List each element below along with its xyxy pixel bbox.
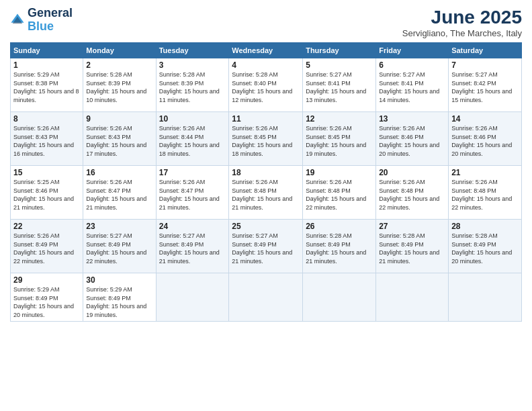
calendar-table: Sunday Monday Tuesday Wednesday Thursday…	[10, 42, 522, 322]
day-number: 24	[159, 222, 226, 231]
day-info: Sunrise: 5:26 AM Sunset: 8:43 PM Dayligh…	[13, 124, 80, 158]
day-info: Sunrise: 5:28 AM Sunset: 8:39 PM Dayligh…	[159, 71, 226, 104]
col-friday: Friday	[376, 43, 449, 58]
day-number: 21	[451, 168, 519, 177]
table-row: 21 Sunrise: 5:26 AM Sunset: 8:48 PM Dayl…	[449, 166, 522, 220]
table-row: 25 Sunrise: 5:27 AM Sunset: 8:49 PM Dayl…	[229, 220, 303, 273]
table-row: 8 Sunrise: 5:26 AM Sunset: 8:43 PM Dayli…	[11, 112, 83, 166]
logo: General Blue	[10, 7, 73, 34]
day-number: 8	[13, 114, 80, 124]
day-info: Sunrise: 5:27 AM Sunset: 8:41 PM Dayligh…	[306, 71, 373, 104]
day-number: 4	[232, 60, 300, 70]
day-info: Sunrise: 5:27 AM Sunset: 8:42 PM Dayligh…	[451, 71, 519, 104]
day-number: 16	[86, 168, 152, 177]
table-row	[156, 273, 229, 322]
day-number: 3	[159, 60, 226, 70]
day-number: 19	[306, 168, 373, 177]
page: General Blue June 2025 Servigliano, The …	[0, 0, 532, 411]
logo-text: General Blue	[28, 7, 73, 34]
day-info: Sunrise: 5:27 AM Sunset: 8:49 PM Dayligh…	[159, 232, 226, 265]
day-info: Sunrise: 5:28 AM Sunset: 8:39 PM Dayligh…	[86, 71, 152, 104]
day-number: 12	[306, 114, 373, 124]
day-info: Sunrise: 5:27 AM Sunset: 8:49 PM Dayligh…	[232, 232, 300, 265]
col-wednesday: Wednesday	[229, 43, 303, 58]
day-number: 11	[232, 114, 300, 124]
table-row: 29 Sunrise: 5:29 AM Sunset: 8:49 PM Dayl…	[11, 273, 83, 322]
day-info: Sunrise: 5:27 AM Sunset: 8:49 PM Dayligh…	[86, 232, 152, 265]
day-info: Sunrise: 5:26 AM Sunset: 8:48 PM Dayligh…	[379, 178, 445, 212]
day-info: Sunrise: 5:26 AM Sunset: 8:48 PM Dayligh…	[451, 178, 519, 212]
day-info: Sunrise: 5:26 AM Sunset: 8:47 PM Dayligh…	[159, 178, 226, 212]
table-row: 23 Sunrise: 5:27 AM Sunset: 8:49 PM Dayl…	[83, 220, 156, 273]
table-row: 10 Sunrise: 5:26 AM Sunset: 8:44 PM Dayl…	[156, 112, 229, 166]
day-number: 10	[159, 114, 226, 124]
day-info: Sunrise: 5:28 AM Sunset: 8:49 PM Dayligh…	[379, 232, 445, 265]
day-number: 15	[13, 168, 80, 177]
logo-icon	[10, 13, 25, 28]
day-number: 29	[13, 275, 80, 285]
table-row	[229, 273, 303, 322]
day-info: Sunrise: 5:26 AM Sunset: 8:45 PM Dayligh…	[306, 124, 373, 158]
day-number: 28	[451, 222, 519, 231]
table-row: 28 Sunrise: 5:28 AM Sunset: 8:49 PM Dayl…	[449, 220, 522, 273]
table-row: 2 Sunrise: 5:28 AM Sunset: 8:39 PM Dayli…	[83, 58, 156, 112]
day-number: 25	[232, 222, 300, 231]
day-info: Sunrise: 5:26 AM Sunset: 8:45 PM Dayligh…	[232, 124, 300, 158]
day-info: Sunrise: 5:29 AM Sunset: 8:49 PM Dayligh…	[13, 285, 80, 319]
table-row: 26 Sunrise: 5:28 AM Sunset: 8:49 PM Dayl…	[303, 220, 376, 273]
day-info: Sunrise: 5:28 AM Sunset: 8:40 PM Dayligh…	[232, 71, 300, 104]
day-info: Sunrise: 5:26 AM Sunset: 8:46 PM Dayligh…	[451, 124, 519, 158]
day-info: Sunrise: 5:28 AM Sunset: 8:49 PM Dayligh…	[451, 232, 519, 265]
day-number: 20	[379, 168, 445, 177]
table-row: 20 Sunrise: 5:26 AM Sunset: 8:48 PM Dayl…	[376, 166, 449, 220]
day-number: 14	[451, 114, 519, 124]
day-number: 1	[13, 60, 80, 70]
day-info: Sunrise: 5:26 AM Sunset: 8:47 PM Dayligh…	[86, 178, 152, 212]
day-number: 27	[379, 222, 445, 231]
table-row: 16 Sunrise: 5:26 AM Sunset: 8:47 PM Dayl…	[83, 166, 156, 220]
day-number: 26	[306, 222, 373, 231]
day-info: Sunrise: 5:26 AM Sunset: 8:43 PM Dayligh…	[86, 124, 152, 158]
day-number: 9	[86, 114, 152, 124]
day-number: 17	[159, 168, 226, 177]
day-number: 23	[86, 222, 152, 231]
col-thursday: Thursday	[303, 43, 376, 58]
day-number: 2	[86, 60, 152, 70]
day-number: 13	[379, 114, 445, 124]
day-info: Sunrise: 5:26 AM Sunset: 8:49 PM Dayligh…	[13, 232, 80, 265]
table-row: 9 Sunrise: 5:26 AM Sunset: 8:43 PM Dayli…	[83, 112, 156, 166]
day-info: Sunrise: 5:28 AM Sunset: 8:49 PM Dayligh…	[306, 232, 373, 265]
day-info: Sunrise: 5:26 AM Sunset: 8:48 PM Dayligh…	[306, 178, 373, 212]
col-sunday: Sunday	[11, 43, 83, 58]
table-row	[303, 273, 376, 322]
table-row	[449, 273, 522, 322]
header: General Blue June 2025 Servigliano, The …	[10, 7, 522, 38]
table-row: 14 Sunrise: 5:26 AM Sunset: 8:46 PM Dayl…	[449, 112, 522, 166]
day-info: Sunrise: 5:27 AM Sunset: 8:41 PM Dayligh…	[379, 71, 445, 104]
day-number: 7	[451, 60, 519, 70]
main-title: June 2025	[402, 7, 522, 28]
table-row: 11 Sunrise: 5:26 AM Sunset: 8:45 PM Dayl…	[229, 112, 303, 166]
table-row: 1 Sunrise: 5:29 AM Sunset: 8:38 PM Dayli…	[11, 58, 83, 112]
table-row: 24 Sunrise: 5:27 AM Sunset: 8:49 PM Dayl…	[156, 220, 229, 273]
table-row	[376, 273, 449, 322]
col-saturday: Saturday	[449, 43, 522, 58]
day-info: Sunrise: 5:26 AM Sunset: 8:44 PM Dayligh…	[159, 124, 226, 158]
col-monday: Monday	[83, 43, 156, 58]
day-info: Sunrise: 5:25 AM Sunset: 8:46 PM Dayligh…	[13, 178, 80, 212]
table-row: 4 Sunrise: 5:28 AM Sunset: 8:40 PM Dayli…	[229, 58, 303, 112]
table-row: 17 Sunrise: 5:26 AM Sunset: 8:47 PM Dayl…	[156, 166, 229, 220]
calendar-header-row: Sunday Monday Tuesday Wednesday Thursday…	[11, 43, 522, 58]
table-row: 7 Sunrise: 5:27 AM Sunset: 8:42 PM Dayli…	[449, 58, 522, 112]
day-info: Sunrise: 5:26 AM Sunset: 8:48 PM Dayligh…	[232, 178, 300, 212]
day-info: Sunrise: 5:26 AM Sunset: 8:46 PM Dayligh…	[379, 124, 445, 158]
table-row: 18 Sunrise: 5:26 AM Sunset: 8:48 PM Dayl…	[229, 166, 303, 220]
table-row: 12 Sunrise: 5:26 AM Sunset: 8:45 PM Dayl…	[303, 112, 376, 166]
col-tuesday: Tuesday	[156, 43, 229, 58]
title-block: June 2025 Servigliano, The Marches, Ital…	[402, 7, 522, 38]
table-row: 19 Sunrise: 5:26 AM Sunset: 8:48 PM Dayl…	[303, 166, 376, 220]
table-row: 13 Sunrise: 5:26 AM Sunset: 8:46 PM Dayl…	[376, 112, 449, 166]
day-number: 18	[232, 168, 300, 177]
day-number: 30	[86, 275, 152, 285]
subtitle: Servigliano, The Marches, Italy	[402, 28, 522, 38]
